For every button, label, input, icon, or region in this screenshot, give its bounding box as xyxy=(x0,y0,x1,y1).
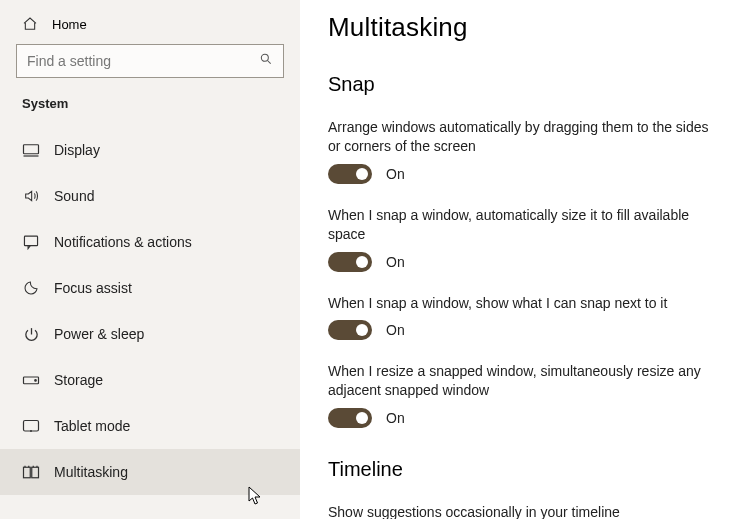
home-icon xyxy=(22,16,38,32)
home-button[interactable]: Home xyxy=(0,6,300,44)
storage-icon xyxy=(22,373,40,387)
group-snap-heading: Snap xyxy=(328,73,722,96)
toggle-row: On xyxy=(328,320,722,340)
setting-desc: Show suggestions occasionally in your ti… xyxy=(328,503,722,519)
toggle-row: On xyxy=(328,252,722,272)
display-icon xyxy=(22,143,40,157)
sidebar-item-storage[interactable]: Storage xyxy=(0,357,300,403)
setting-snap-arrange: Arrange windows automatically by draggin… xyxy=(328,118,722,184)
toggle-snap-resize[interactable] xyxy=(328,408,372,428)
sound-icon xyxy=(22,188,40,204)
focus-assist-icon xyxy=(22,280,40,296)
toggle-row: On xyxy=(328,164,722,184)
setting-desc: When I resize a snapped window, simultan… xyxy=(328,362,722,400)
toggle-state: On xyxy=(386,166,405,182)
setting-snap-autosize: When I snap a window, automatically size… xyxy=(328,206,722,272)
sidebar-item-label: Focus assist xyxy=(54,280,132,296)
tablet-mode-icon xyxy=(22,419,40,434)
sidebar-item-label: Display xyxy=(54,142,100,158)
sidebar-item-focus-assist[interactable]: Focus assist xyxy=(0,265,300,311)
svg-rect-1 xyxy=(24,145,39,154)
search-wrap xyxy=(0,44,300,92)
toggle-row: On xyxy=(328,408,722,428)
sidebar-item-label: Storage xyxy=(54,372,103,388)
nav: Display Sound Notifications & actions Fo… xyxy=(0,127,300,495)
sidebar-item-label: Multitasking xyxy=(54,464,128,480)
search-input[interactable] xyxy=(27,53,253,69)
notifications-icon xyxy=(22,234,40,250)
toggle-snap-show-next[interactable] xyxy=(328,320,372,340)
multitasking-icon xyxy=(22,465,40,480)
toggle-state: On xyxy=(386,322,405,338)
setting-timeline-suggestions: Show suggestions occasionally in your ti… xyxy=(328,503,722,519)
section-label: System xyxy=(0,92,300,121)
svg-point-6 xyxy=(31,430,32,431)
setting-snap-show-next: When I snap a window, show what I can sn… xyxy=(328,294,722,341)
sidebar-item-label: Tablet mode xyxy=(54,418,130,434)
sidebar-item-label: Sound xyxy=(54,188,94,204)
svg-rect-2 xyxy=(24,236,37,245)
sidebar-item-display[interactable]: Display xyxy=(0,127,300,173)
toggle-state: On xyxy=(386,254,405,270)
search-icon xyxy=(259,52,273,70)
setting-desc: When I snap a window, automatically size… xyxy=(328,206,722,244)
toggle-snap-autosize[interactable] xyxy=(328,252,372,272)
sidebar-item-label: Power & sleep xyxy=(54,326,144,342)
toggle-snap-arrange[interactable] xyxy=(328,164,372,184)
toggle-state: On xyxy=(386,410,405,426)
svg-point-0 xyxy=(261,54,268,61)
sidebar-item-sound[interactable]: Sound xyxy=(0,173,300,219)
svg-rect-5 xyxy=(24,420,39,431)
sidebar-item-tablet-mode[interactable]: Tablet mode xyxy=(0,403,300,449)
svg-rect-7 xyxy=(24,467,31,478)
setting-desc: Arrange windows automatically by draggin… xyxy=(328,118,722,156)
sidebar-item-power[interactable]: Power & sleep xyxy=(0,311,300,357)
page-title: Multitasking xyxy=(328,12,722,43)
main: Multitasking Snap Arrange windows automa… xyxy=(300,0,750,519)
group-timeline-heading: Timeline xyxy=(328,458,722,481)
home-label: Home xyxy=(52,17,87,32)
search-box[interactable] xyxy=(16,44,284,78)
power-icon xyxy=(22,326,40,343)
sidebar-item-multitasking[interactable]: Multitasking xyxy=(0,449,300,495)
sidebar: Home System Display Sound No xyxy=(0,0,300,519)
sidebar-item-notifications[interactable]: Notifications & actions xyxy=(0,219,300,265)
setting-snap-resize: When I resize a snapped window, simultan… xyxy=(328,362,722,428)
sidebar-item-label: Notifications & actions xyxy=(54,234,192,250)
setting-desc: When I snap a window, show what I can sn… xyxy=(328,294,722,313)
svg-rect-8 xyxy=(32,467,39,478)
svg-point-4 xyxy=(35,380,37,382)
